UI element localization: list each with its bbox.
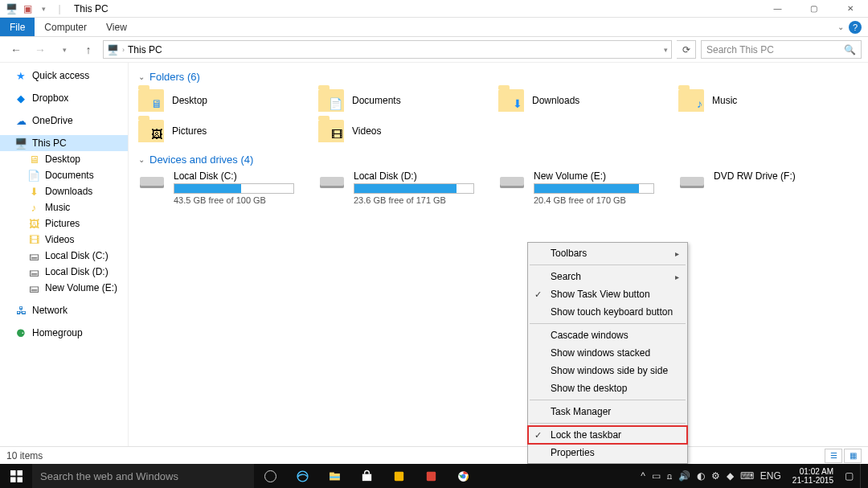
svg-rect-7 bbox=[330, 476, 340, 478]
maximize-button[interactable]: ▢ bbox=[796, 0, 832, 18]
folder-desktop[interactable]: 🖥Desktop bbox=[138, 88, 299, 113]
sidebar-item-desktop[interactable]: 🖥Desktop bbox=[0, 151, 128, 167]
breadcrumb[interactable]: This PC bbox=[128, 44, 162, 55]
taskbar-file-explorer[interactable] bbox=[318, 464, 350, 488]
folder-label: Documents bbox=[352, 95, 401, 106]
ctx-show-touch-kb[interactable]: Show touch keyboard button bbox=[528, 303, 687, 321]
sidebar-item-onedrive[interactable]: ☁OneDrive bbox=[0, 113, 128, 129]
sidebar-item-localc[interactable]: 🖴Local Disk (C:) bbox=[0, 248, 128, 264]
show-desktop-button[interactable] bbox=[860, 464, 865, 488]
sidebar-item-downloads[interactable]: ⬇Downloads bbox=[0, 183, 128, 199]
taskbar-store[interactable] bbox=[350, 464, 383, 488]
ctx-lock-taskbar[interactable]: ✓Lock the taskbar bbox=[528, 426, 687, 444]
divider: | bbox=[53, 2, 66, 15]
sidebar-item-locald[interactable]: 🖴Local Disk (D:) bbox=[0, 264, 128, 280]
dropbox-icon: ◆ bbox=[14, 92, 27, 105]
forward-button[interactable]: → bbox=[31, 40, 50, 59]
tray-battery-icon[interactable]: ▭ bbox=[652, 470, 661, 482]
folder-documents[interactable]: 📄Documents bbox=[318, 88, 479, 113]
ctx-cascade[interactable]: Cascade windows bbox=[528, 326, 687, 344]
sidebar-item-network[interactable]: 🖧Network bbox=[0, 302, 128, 318]
folder-icon: 🖥 bbox=[138, 89, 164, 112]
sidebar-item-homegroup[interactable]: ⚈Homegroup bbox=[0, 325, 128, 341]
section-folders-header[interactable]: ⌄ Folders (6) bbox=[138, 71, 858, 83]
taskbar-app-yellow[interactable] bbox=[383, 464, 415, 488]
taskbar-chrome[interactable] bbox=[447, 464, 479, 488]
refresh-button[interactable]: ⟳ bbox=[677, 40, 696, 59]
sidebar-item-documents[interactable]: 📄Documents bbox=[0, 167, 128, 183]
tray-app-icon[interactable]: ⚙ bbox=[711, 470, 720, 482]
ctx-show-task-view[interactable]: ✓Show Task View button bbox=[528, 285, 687, 303]
sidebar-item-dropbox[interactable]: ◆Dropbox bbox=[0, 90, 128, 106]
drive-icon bbox=[138, 170, 166, 195]
svg-rect-8 bbox=[362, 474, 371, 481]
help-icon[interactable]: ? bbox=[849, 21, 862, 34]
address-dropdown-icon[interactable]: ▾ bbox=[664, 46, 668, 54]
up-button[interactable]: ↑ bbox=[79, 40, 98, 59]
drive-label: Local Disk (D:) bbox=[354, 170, 474, 182]
chevron-down-icon: ⌄ bbox=[138, 72, 145, 81]
folder-videos[interactable]: 🎞Videos bbox=[318, 118, 479, 144]
ctx-toolbars[interactable]: Toolbars▸ bbox=[528, 244, 687, 262]
folder-label: Pictures bbox=[172, 125, 207, 137]
this-pc-icon: 🖥️ bbox=[14, 137, 27, 150]
sidebar-item-label: Local Disk (D:) bbox=[45, 266, 108, 277]
drive-item[interactable]: New Volume (E:)20.4 GB free of 170 GB bbox=[498, 170, 659, 205]
folder-pictures[interactable]: 🖼Pictures bbox=[138, 118, 299, 144]
sidebar-item-this-pc[interactable]: 🖥️This PC bbox=[0, 135, 128, 151]
taskbar-app-red[interactable] bbox=[415, 464, 447, 488]
task-view-button[interactable] bbox=[254, 464, 286, 488]
music-icon: ♪ bbox=[27, 201, 40, 214]
recent-locations-dropdown[interactable]: ▾ bbox=[55, 40, 74, 59]
search-input[interactable]: Search This PC 🔍 bbox=[701, 40, 862, 59]
tray-keyboard-icon[interactable]: ⌨ bbox=[740, 470, 754, 482]
address-bar-row: ← → ▾ ↑ 🖥️ › This PC ▾ ⟳ Search This PC … bbox=[0, 37, 868, 63]
ribbon-expand-icon[interactable]: ⌄ bbox=[837, 23, 844, 31]
back-button[interactable]: ← bbox=[6, 40, 26, 59]
ctx-task-manager[interactable]: Task Manager bbox=[528, 403, 687, 420]
tray-app-icon[interactable]: ◆ bbox=[727, 470, 734, 482]
section-drives-header[interactable]: ⌄ Devices and drives (4) bbox=[138, 154, 858, 166]
taskbar-edge[interactable] bbox=[286, 464, 318, 488]
minimize-button[interactable]: — bbox=[760, 0, 796, 18]
start-button[interactable] bbox=[0, 464, 32, 488]
drive-item[interactable]: Local Disk (D:)23.6 GB free of 171 GB bbox=[318, 170, 479, 205]
tray-clock[interactable]: 01:02 AM 21-11-2015 bbox=[788, 467, 838, 485]
tray-wifi-icon[interactable]: ⩍ bbox=[667, 470, 672, 482]
ctx-properties[interactable]: Properties bbox=[528, 444, 687, 461]
view-tiles-button[interactable]: ▦ bbox=[844, 449, 862, 463]
tray-overflow-icon[interactable]: ^ bbox=[641, 470, 645, 482]
drive-icon: 🖴 bbox=[27, 265, 40, 278]
tray-language[interactable]: ENG bbox=[760, 470, 781, 482]
sidebar-item-quick-access[interactable]: ★Quick access bbox=[0, 68, 128, 84]
ctx-search[interactable]: Search▸ bbox=[528, 268, 687, 285]
ctx-sidebyside[interactable]: Show windows side by side bbox=[528, 362, 687, 379]
tray-volume-icon[interactable]: 🔊 bbox=[678, 470, 690, 482]
chevron-right-icon[interactable]: › bbox=[122, 46, 125, 54]
address-bar[interactable]: 🖥️ › This PC ▾ bbox=[103, 40, 672, 59]
tab-view[interactable]: View bbox=[96, 18, 137, 36]
taskbar-search-input[interactable]: Search the web and Windows bbox=[32, 464, 254, 488]
drive-item[interactable]: DVD RW Drive (F:) bbox=[678, 170, 839, 205]
tray-app-icon[interactable]: ◐ bbox=[697, 470, 705, 482]
drive-free-label: 20.4 GB free of 170 GB bbox=[534, 195, 654, 205]
tab-computer[interactable]: Computer bbox=[35, 18, 96, 36]
taskbar-context-menu: Toolbars▸ Search▸ ✓Show Task View button… bbox=[527, 242, 688, 464]
action-center-icon[interactable]: ▢ bbox=[845, 470, 854, 482]
sidebar-item-newvol[interactable]: 🖴New Volume (E:) bbox=[0, 280, 128, 296]
ctx-stacked[interactable]: Show windows stacked bbox=[528, 344, 687, 362]
ctx-show-desktop[interactable]: Show the desktop bbox=[528, 379, 687, 397]
sidebar-item-label: New Volume (E:) bbox=[45, 282, 117, 293]
properties-icon[interactable]: ▣ bbox=[21, 2, 34, 15]
qat-dropdown-icon[interactable]: ▾ bbox=[37, 2, 50, 15]
close-button[interactable]: ✕ bbox=[832, 0, 868, 18]
sidebar-item-videos[interactable]: 🎞Videos bbox=[0, 232, 128, 248]
sidebar-item-music[interactable]: ♪Music bbox=[0, 199, 128, 215]
drive-item[interactable]: Local Disk (C:)43.5 GB free of 100 GB bbox=[138, 170, 299, 205]
folder-music[interactable]: ♪Music bbox=[678, 88, 839, 113]
ctx-label: Task Manager bbox=[551, 406, 611, 417]
view-details-button[interactable]: ☰ bbox=[825, 449, 842, 463]
folder-downloads[interactable]: ⬇Downloads bbox=[498, 88, 659, 113]
sidebar-item-pictures[interactable]: 🖼Pictures bbox=[0, 215, 128, 232]
tab-file[interactable]: File bbox=[0, 18, 35, 36]
